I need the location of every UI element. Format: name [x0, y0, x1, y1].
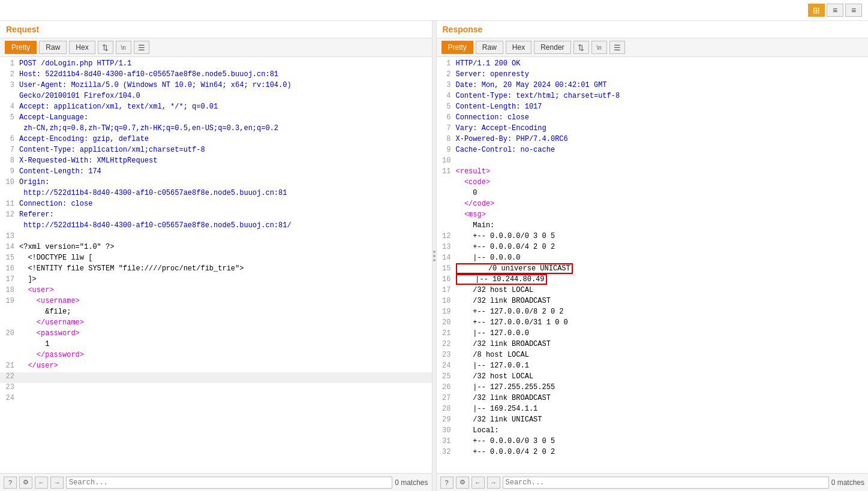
request-line-12: 12 Referer: — [0, 210, 432, 221]
response-hex-tab[interactable]: Hex — [506, 41, 531, 54]
request-menu-button[interactable]: ☰ — [134, 41, 149, 54]
request-line-19b: &file; — [0, 308, 432, 318]
response-menu-button[interactable]: ☰ — [609, 41, 625, 54]
request-line-4: 4 Accept: application/xml, text/xml, */*… — [0, 103, 432, 113]
response-line-8: 8 X-Powered-By: PHP/7.4.0RC6 — [437, 135, 869, 146]
response-raw-tab[interactable]: Raw — [476, 41, 503, 54]
request-line-5b: zh-CN,zh;q=0.8,zh-TW;q=0.7,zh-HK;q=0.5,e… — [0, 124, 432, 135]
request-line-5: 5 Accept-Language: — [0, 113, 432, 124]
response-line-32: 32 +-- 0.0.0.0/4 2 0 2 — [437, 448, 869, 459]
request-search-input[interactable] — [66, 477, 392, 489]
single-view-button[interactable]: ≡ — [845, 4, 862, 17]
response-line-11: 11 <result> — [437, 167, 869, 178]
request-line-3: 3 User-Agent: Mozilla/5.0 (Windows NT 10… — [0, 81, 432, 92]
response-render-tab[interactable]: Render — [534, 41, 570, 54]
response-title: Response — [437, 21, 869, 38]
response-back-button[interactable]: ← — [471, 477, 485, 489]
response-line-5: 5 Content-Length: 1017 — [437, 103, 869, 113]
request-line-21: 21 </user> — [0, 362, 432, 372]
request-line-15: 15 <!DOCTYPE llw [ — [0, 254, 432, 264]
response-redbox-16: |-- 10.244.80.49 — [456, 274, 547, 285]
response-line-11c: 0 — [437, 189, 869, 200]
request-raw-tab[interactable]: Raw — [39, 41, 67, 54]
response-panel: Response Pretty Raw Hex Render ⇅ \n ☰ 1 … — [437, 21, 869, 491]
request-pretty-tab[interactable]: Pretty — [5, 41, 37, 54]
response-line-11e: <msg> — [437, 210, 869, 221]
response-line-31: 31 +-- 0.0.0.0/0 3 0 5 — [437, 437, 869, 448]
request-line-7: 7 Content-Type: application/xml;charset=… — [0, 146, 432, 156]
response-line-11b: <code> — [437, 178, 869, 189]
response-line-27: 27 /32 link BROADCAST — [437, 394, 869, 405]
request-line-12b: http://522d11b4-8d40-4300-af10-c05657ae8… — [0, 221, 432, 232]
response-line-16: 16 |-- 10.244.80.49 — [437, 275, 869, 286]
request-line-20: 20 <password> — [0, 329, 432, 340]
response-line-29: 29 /32 link UNICAST — [437, 415, 869, 426]
divider-dot-1 — [433, 251, 435, 253]
request-line-10b: http://522d11b4-8d40-4300-af10-c05657ae8… — [0, 189, 432, 200]
response-line-23: 23 /8 host LOCAL — [437, 351, 869, 362]
request-line-16: 16 <!ENTITY file SYSTEM "file:////proc/n… — [0, 264, 432, 275]
request-help-button[interactable]: ? — [4, 477, 17, 489]
request-back-button[interactable]: ← — [35, 477, 48, 489]
request-line-3b: Gecko/20100101 Firefox/104.0 — [0, 92, 432, 103]
response-help-button[interactable]: ? — [440, 477, 453, 489]
divider-dot-2 — [433, 255, 435, 257]
response-line-26: 26 |-- 127.255.255.255 — [437, 383, 869, 394]
response-line-2: 2 Server: openresty — [437, 70, 869, 81]
request-line-24: 24 — [0, 394, 432, 405]
request-line-20c: </password> — [0, 351, 432, 362]
response-pretty-tab[interactable]: Pretty — [441, 41, 473, 54]
response-line-13: 13 +-- 0.0.0.0/4 2 0 2 — [437, 243, 869, 254]
request-newline-button[interactable]: \n — [116, 41, 131, 54]
response-line-6: 6 Connection: close — [437, 113, 869, 124]
list-view-button[interactable]: ≡ — [827, 4, 843, 17]
request-line-23: 23 — [0, 383, 432, 394]
response-search-input[interactable] — [503, 477, 829, 489]
request-line-9: 9 Content-Length: 174 — [0, 167, 432, 178]
request-line-13: 13 — [0, 232, 432, 243]
divider-dot-3 — [433, 259, 435, 261]
response-newline-button[interactable]: \n — [591, 41, 607, 54]
request-code-area[interactable]: 1 POST /doLogin.php HTTP/1.1 2 Host: 522… — [0, 57, 432, 473]
top-bar: ⊞ ≡ ≡ — [0, 0, 868, 21]
request-line-22: 22 — [0, 372, 432, 383]
response-line-18: 18 /32 link BROADCAST — [437, 297, 869, 308]
response-matches: 0 matches — [831, 478, 864, 487]
response-line-4: 4 Content-Type: text/html; charset=utf-8 — [437, 92, 869, 103]
response-redbox-15: /0 universe UNICAST — [456, 263, 573, 274]
response-line-19: 19 +-- 127.0.0.0/8 2 0 2 — [437, 308, 869, 318]
request-panel: Request Pretty Raw Hex ⇅ \n ☰ 1 POST /do… — [0, 21, 432, 491]
request-forward-button[interactable]: → — [50, 477, 64, 489]
request-line-20b: 1 — [0, 340, 432, 351]
split-view-button[interactable]: ⊞ — [808, 4, 825, 17]
response-line-7: 7 Vary: Accept-Encoding — [437, 124, 869, 135]
response-line-11d: </code> — [437, 200, 869, 210]
response-line-12: 12 +-- 0.0.0.0/0 3 0 5 — [437, 232, 869, 243]
request-line-10: 10 Origin: — [0, 178, 432, 189]
response-line-17: 17 /32 host LOCAL — [437, 286, 869, 297]
request-matches: 0 matches — [395, 478, 428, 487]
view-toggle: ⊞ ≡ ≡ — [808, 4, 862, 17]
request-line-17: 17 ]> — [0, 275, 432, 286]
response-filter-button[interactable]: ⇅ — [573, 41, 589, 54]
response-forward-button[interactable]: → — [487, 477, 500, 489]
request-toolbar: Pretty Raw Hex ⇅ \n ☰ — [0, 38, 432, 57]
response-line-30: 30 Local: — [437, 426, 869, 437]
response-bottom-bar: ? ⚙ ← → 0 matches — [437, 473, 869, 491]
response-code-area[interactable]: 1 HTTP/1.1 200 OK 2 Server: openresty 3 … — [437, 57, 869, 473]
response-line-28: 28 |-- 169.254.1.1 — [437, 405, 869, 415]
request-line-14: 14 <?xml version="1.0" ?> — [0, 243, 432, 254]
request-line-19: 19 <username> — [0, 297, 432, 308]
response-toolbar: Pretty Raw Hex Render ⇅ \n ☰ — [437, 38, 869, 57]
request-hex-tab[interactable]: Hex — [69, 41, 95, 54]
panel-divider — [432, 21, 437, 491]
response-line-1: 1 HTTP/1.1 200 OK — [437, 59, 869, 70]
request-line-18: 18 <user> — [0, 286, 432, 297]
response-line-25: 25 /32 host LOCAL — [437, 372, 869, 383]
request-filter-button[interactable]: ⇅ — [98, 41, 113, 54]
request-line-11: 11 Connection: close — [0, 200, 432, 210]
response-line-20: 20 +-- 127.0.0.0/31 1 0 0 — [437, 318, 869, 329]
request-line-6: 6 Accept-Encoding: gzip, deflate — [0, 135, 432, 146]
response-settings-button[interactable]: ⚙ — [456, 477, 469, 489]
request-settings-button[interactable]: ⚙ — [19, 477, 32, 489]
